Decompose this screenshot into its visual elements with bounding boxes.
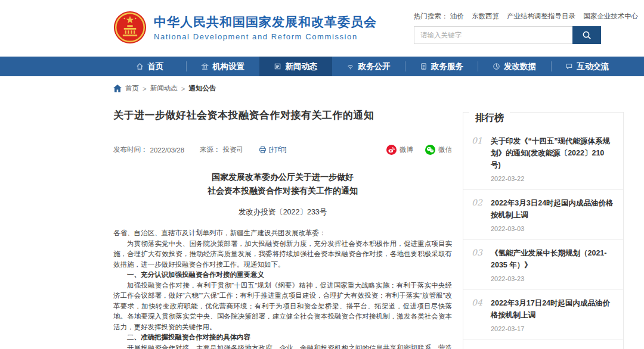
rank-item-date: 2022-03-23 (491, 275, 614, 282)
share-wechat-button[interactable]: 微信 (425, 145, 452, 155)
rank-item-date: 2022-03-22 (491, 175, 614, 182)
nav-item-label: 互动交流 (577, 61, 609, 72)
news-icon (274, 63, 281, 70)
nav-item-政务服务[interactable]: 政务服务 (405, 57, 478, 76)
ranking-list-item[interactable]: 01 关于印发《“十四五”现代能源体系规划》的通知(发改能源〔2022〕210号… (463, 128, 623, 189)
article-title: 关于进一步做好社会资本投融资合作对接有关工作的通知 (113, 108, 452, 122)
broadcast-icon (346, 63, 354, 70)
breadcrumb-item[interactable]: 新闻动态 (150, 84, 178, 93)
article: 关于进一步做好社会资本投融资合作对接有关工作的通知 发布时间：2022/03/2… (113, 99, 452, 349)
rank-number: 02 (472, 197, 485, 232)
nav-item-label: 政务公开 (358, 61, 390, 72)
rank-item-title[interactable]: 关于印发《“十四五”现代能源体系规划》的通知(发改能源〔2022〕210号) (491, 137, 610, 169)
search-input[interactable] (414, 26, 572, 44)
ranking-list-item[interactable]: 03 《氢能产业发展中长期规划（2021-2035 年）》 2022-03-23 (463, 239, 623, 289)
chat-icon (565, 63, 573, 70)
breadcrumb-item[interactable]: 首页 (125, 84, 139, 93)
source-value: 投资司 (223, 145, 244, 154)
nav-item-label: 机构设置 (212, 61, 244, 72)
rank-item-title[interactable]: 2022年3月17日24时起国内成品油价格按机制上调 (491, 299, 610, 319)
weibo-icon (386, 145, 397, 155)
home-icon (136, 63, 144, 70)
site-name-en: National Development and Reform Commissi… (154, 32, 377, 41)
printer-icon (259, 146, 267, 154)
breadcrumb-item[interactable]: 通知公告 (188, 84, 216, 93)
hot-search-term[interactable]: 产业结构调整指导目录 (507, 13, 575, 20)
article-body: 各省、自治区、直辖市及计划单列市，新疆生产建设兵团发展改革委： 为贯彻落实党中央… (113, 228, 452, 349)
article-paragraph: 一、充分认识加强投融资合作对接的重要意义 (113, 270, 452, 281)
rank-item-date: 2022-03-03 (491, 225, 614, 232)
rank-number: 03 (472, 247, 485, 282)
rank-number: 04 (472, 297, 485, 332)
site-name-zh: 中华人民共和国国家发展和改革委员会 (154, 14, 377, 30)
home-icon (113, 85, 122, 92)
document-title: 国家发展改革委办公厅关于进一步做好 社会资本投融资合作对接有关工作的通知 (113, 170, 452, 198)
document-number: 发改办投资〔2022〕233号 (113, 207, 452, 217)
hot-search-row: 热门搜索： 油价 东数西算 产业结构调整指导目录 国家企业技术中心 光伏 (414, 12, 624, 21)
nav-item-新闻动态[interactable]: 新闻动态 (259, 57, 332, 76)
breadcrumb-separator: > (143, 85, 147, 92)
article-paragraph: 二、准确把握投融资合作对接的具体内容 (113, 332, 452, 343)
rank-number: 01 (472, 135, 485, 182)
service-doc-icon (420, 63, 428, 70)
article-meta: 发布时间：2022/03/28 来源：投资司 [打印] (113, 145, 452, 155)
article-paragraph: 开展投融资合作对接，主要是加强各级地方政府、企业、金融和投资机构之间的信息共享和… (113, 343, 452, 349)
search-button[interactable] (572, 26, 601, 44)
site-header: 中华人民共和国国家发展和改革委员会 National Development a… (0, 0, 644, 57)
publish-date: 2022/03/28 (150, 147, 185, 154)
rank-item-date: 2022-03-17 (491, 325, 614, 332)
rank-item-title[interactable]: 2022年3月3日24时起国内成品油价格按机制上调 (491, 199, 614, 219)
ranking-list-item[interactable]: 05 重磅！国家发展改革委负责同志回应经济社会热点问题 2022-03-07 (463, 339, 623, 349)
nav-item-政务公开[interactable]: 政务公开 (332, 57, 405, 76)
article-paragraph: 为贯彻落实党中央、国务院决策部署，加大投融资创新力度，充分发挥社会资本积极作用，… (113, 239, 452, 270)
rank-item-title[interactable]: 《氢能产业发展中长期规划（2021-2035 年）》 (491, 249, 606, 269)
ranking-panel: 排行榜 01 关于印发《“十四五”现代能源体系规划》的通知(发改能源〔2022〕… (463, 112, 624, 349)
breadcrumb-separator: > (181, 85, 185, 92)
institution-icon (201, 63, 209, 70)
hot-search-label: 热门搜索： (414, 13, 448, 20)
search-icon (582, 30, 592, 40)
nav-item-label: 政务服务 (431, 61, 463, 72)
main-nav: 首页 机构设置 新闻动态 政务公开 政务服务 发改数据 互动交流 (0, 57, 644, 76)
national-emblem-icon (113, 11, 147, 44)
article-paragraph: 各省、自治区、直辖市及计划单列市，新疆生产建设兵团发展改革委： (113, 228, 452, 239)
wechat-icon (425, 145, 435, 155)
hot-search-term[interactable]: 东数西算 (472, 13, 499, 20)
hot-search-term[interactable]: 油价 (450, 13, 464, 20)
site-logo[interactable]: 中华人民共和国国家发展和改革委员会 National Development a… (113, 11, 377, 44)
ranking-list-item[interactable]: 02 2022年3月3日24时起国内成品油价格按机制上调 2022-03-03 (463, 189, 623, 239)
article-source: 来源：投资司 (200, 145, 243, 154)
nav-item-label: 新闻动态 (285, 61, 317, 72)
nav-item-label: 首页 (147, 61, 163, 72)
nav-item-label: 发改数据 (504, 61, 536, 72)
share-weibo-button[interactable]: 微博 (386, 145, 413, 155)
article-paragraph: 加强投融资合作对接，有利于贯彻“十四五”规划《纲要》精神，促进国家重大战略实施；… (113, 281, 452, 333)
hot-search-term[interactable]: 国家企业技术中心 (583, 13, 638, 20)
ranking-list-item[interactable]: 04 2022年3月17日24时起国内成品油价格按机制上调 2022-03-17 (463, 289, 623, 339)
data-chart-icon (493, 63, 500, 70)
print-button[interactable]: [打印] (259, 145, 286, 154)
nav-item-发改数据[interactable]: 发改数据 (478, 57, 550, 76)
nav-item-首页[interactable]: 首页 (113, 57, 186, 76)
nav-item-机构设置[interactable]: 机构设置 (186, 57, 259, 76)
ranking-title: 排行榜 (469, 112, 510, 124)
publish-time: 发布时间：2022/03/28 (113, 145, 184, 154)
breadcrumb: 首页 > 新闻动态 > 通知公告 (113, 76, 624, 99)
nav-item-互动交流[interactable]: 互动交流 (551, 57, 624, 76)
